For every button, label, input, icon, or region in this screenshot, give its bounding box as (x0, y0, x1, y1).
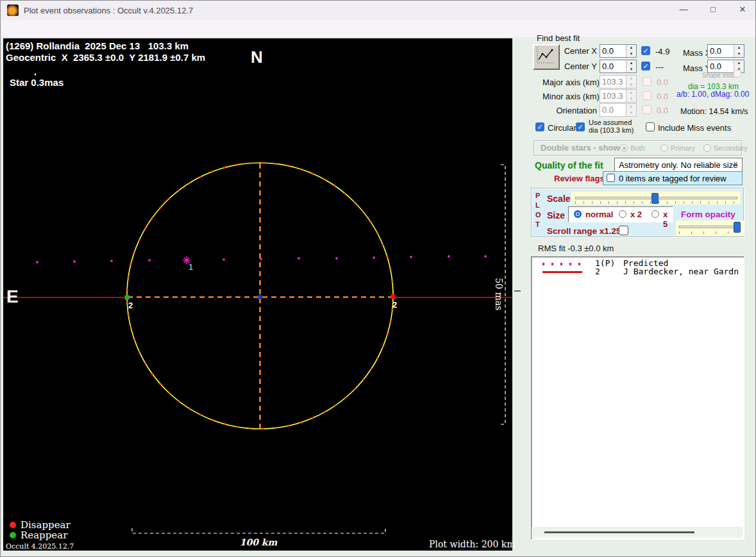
star-size-label: Star 0.3mas (10, 77, 63, 88)
north-label: N (251, 47, 263, 67)
double-stars-group: Double stars - show Both Primary Seconda… (533, 140, 742, 156)
svg-text:2: 2 (128, 301, 133, 310)
include-miss-label: Include Miss events (658, 123, 731, 133)
mass-x-label: Mass X (683, 48, 710, 58)
obs-row2-num: 2 (595, 267, 600, 276)
circular-checkbox[interactable] (535, 122, 544, 131)
center-y-checkbox[interactable] (641, 62, 650, 71)
mass-x-down-icon[interactable]: ▼ (734, 51, 744, 58)
scroll-range-label: Scroll range x1.25 (547, 226, 621, 236)
plot-canvas[interactable]: 221 (1269) Rollandia 2025 Dec 13 103.3 k… (3, 38, 512, 551)
mass-x-spinner[interactable]: 0.0 ▲▼ (707, 44, 744, 58)
minor-axis-spinner: 103.3 ▲▼ (600, 89, 637, 103)
opacity-slider[interactable] (676, 220, 744, 236)
predicted-line-sample (542, 263, 582, 265)
size-normal-radio[interactable] (574, 210, 582, 218)
scroll-range-checkbox[interactable] (619, 226, 628, 235)
reappear-label: Reappear (21, 529, 67, 541)
size-x5-radio[interactable] (651, 210, 659, 218)
plot-header-line2: Geocentric X 2365.3 ±0.0 Y 2181.9 ±0.7 k… (6, 52, 205, 63)
double-stars-both-label: Both (630, 144, 645, 152)
scale-slider[interactable] (571, 192, 741, 204)
minimize-button[interactable]: — (673, 1, 694, 18)
major-axis-flag: 0.0 (657, 78, 668, 87)
minor-axis-flag: 0.0 (657, 92, 668, 101)
shape-model-checkbox (734, 70, 741, 78)
double-stars-secondary-radio (703, 144, 711, 152)
double-stars-both-radio (620, 144, 628, 152)
mass-x-up-icon[interactable]: ▲ (734, 45, 744, 51)
double-stars-secondary-label: Secondary (714, 144, 748, 152)
minor-axis-label: Minor axis (km) (542, 92, 597, 101)
size-label: Size (547, 210, 565, 220)
center-x-label: Center X (552, 46, 597, 56)
center-x-checkbox[interactable] (641, 46, 650, 55)
scale-label: Scale (547, 194, 571, 204)
opacity-slider-ticks (679, 231, 739, 234)
orientation-spinner: 0.0 ▲▼ (600, 103, 637, 117)
chevron-down-icon: ∨ (733, 160, 738, 168)
review-flags-field: 0 items are tagged for review (603, 171, 743, 185)
disappear-dot-icon (10, 522, 16, 528)
size-x2-label: x 2 (630, 210, 642, 219)
minor-up-icon: ▲ (626, 90, 636, 96)
size-radio-group: normal x 2 x 5 (568, 206, 673, 222)
form-opacity-label: Form opacity (681, 210, 735, 219)
app-icon (7, 4, 19, 16)
center-y-down-icon[interactable]: ▼ (626, 67, 636, 73)
reappear-dot-icon (10, 532, 16, 538)
plot-letter-o: O (535, 211, 541, 219)
major-axis-checkbox (643, 77, 651, 86)
title-bar: Plot event observations : Occult v.4.202… (1, 1, 756, 20)
orientation-checkbox (643, 105, 651, 114)
app-window: Plot event observations : Occult v.4.202… (0, 0, 756, 557)
major-up-icon: ▲ (626, 76, 636, 82)
close-button[interactable]: ✕ (732, 1, 753, 18)
review-flags-checkbox[interactable] (607, 174, 615, 182)
svg-text:1: 1 (189, 262, 193, 272)
splitter-handle[interactable] (514, 290, 521, 292)
list-hscrollbar[interactable] (532, 527, 743, 538)
use-assumed-label-2: dia (103.3 km) (589, 126, 634, 134)
east-label: E (6, 287, 19, 307)
plot-drawing: 221 (3, 38, 512, 551)
center-y-up-icon[interactable]: ▲ (626, 60, 636, 67)
quality-label: Quality of the fit (535, 160, 603, 170)
minor-down-icon: ▼ (626, 96, 636, 103)
plot-controls-panel: P L O T Scale Size normal x 2 x 5 Form o… (531, 188, 744, 237)
plot-letter-l: L (535, 201, 540, 209)
plot-letter-t: T (535, 220, 540, 228)
obs-row2-name: J Bardecker, near Gardn (623, 267, 739, 276)
orientation-up-icon: ▲ (626, 104, 636, 110)
maximize-button[interactable]: □ (702, 1, 724, 18)
rms-label: RMS fit -0.3 ±0.0 km (538, 244, 614, 253)
menu-bar: with Plot... Plot options... ? Help Keep… (1, 20, 756, 37)
center-x-up-icon[interactable]: ▲ (626, 45, 636, 51)
use-assumed-label-1: Use assumed (589, 119, 632, 126)
quality-value: Astrometry only. No reliable size (619, 160, 737, 170)
ab-dmag-label: a/b: 1.00, dMag: 0.00 (676, 90, 749, 99)
opacity-slider-track[interactable] (679, 226, 741, 228)
center-x-spinner[interactable]: 0.0 ▲▼ (600, 44, 637, 58)
center-y-spinner[interactable]: 0.0 ▲▼ (600, 60, 637, 73)
size-x2-radio[interactable] (619, 210, 626, 218)
double-stars-primary-radio (660, 144, 668, 152)
window-title: Plot event observations : Occult v.4.202… (24, 6, 193, 15)
list-hscrollbar-thumb[interactable] (544, 531, 694, 533)
review-flags-label: Review flags (554, 174, 605, 183)
size-normal-label: normal (585, 210, 613, 219)
observations-listbox[interactable]: 1(P) Predicted 2 J Bardecker, near Gardn (531, 256, 744, 540)
quality-dropdown[interactable]: Astrometry only. No reliable size ∨ (614, 158, 743, 172)
vertical-scale-label: 50 mas (494, 265, 504, 323)
mass-y-up-icon[interactable]: ▲ (734, 60, 744, 67)
use-assumed-checkbox[interactable] (576, 122, 585, 131)
scale-slider-ticks (575, 201, 736, 204)
plot-header-line1: (1269) Rollandia 2025 Dec 13 103.3 km (6, 40, 189, 51)
center-y-label: Center Y (552, 62, 597, 71)
plot-letter-p: P (535, 192, 540, 199)
review-flags-value: 0 items are tagged for review (619, 174, 727, 183)
find-best-fit-label: Find best fit (537, 33, 580, 43)
size-x5-label: x 5 (663, 210, 673, 229)
center-x-down-icon[interactable]: ▼ (626, 51, 636, 58)
include-miss-checkbox[interactable] (646, 122, 655, 131)
